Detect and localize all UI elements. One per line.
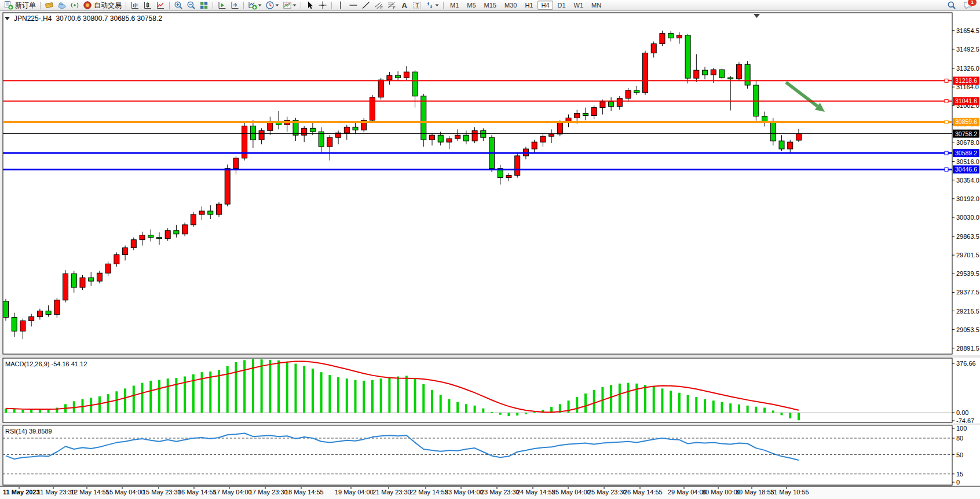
- price-tick-label: 28891.5: [956, 345, 979, 352]
- timeframe-m1-button[interactable]: M1: [447, 1, 462, 10]
- cursor-icon: [305, 1, 315, 10]
- indicators-icon: [248, 1, 257, 10]
- time-axis-label: 22 May 14:55: [409, 489, 448, 496]
- tile-windows-button[interactable]: [198, 1, 210, 10]
- search-button[interactable]: [946, 1, 957, 10]
- toolbar-separator: [40, 2, 41, 9]
- horizontal-line-button[interactable]: [348, 1, 359, 10]
- rsi-axis-label: 0: [956, 479, 960, 486]
- trendline-icon: [361, 1, 371, 10]
- main-chart-panel[interactable]: [3, 13, 952, 354]
- candle-chart-icon: [143, 1, 152, 10]
- time-axis-label: 21 May 23:30: [372, 489, 411, 496]
- panel-splitter[interactable]: [0, 355, 980, 358]
- price-tick-label: 30678.0: [956, 139, 979, 146]
- timeframe-m5-button[interactable]: M5: [463, 1, 479, 10]
- bar-chart-button[interactable]: [129, 1, 141, 10]
- price-line-value: 30859.6: [955, 118, 977, 125]
- panel-splitter[interactable]: [0, 424, 980, 425]
- price-tick-label: 29701.5: [956, 252, 979, 258]
- timeframe-m15-button[interactable]: M15: [481, 1, 500, 10]
- community-button[interactable]: [56, 1, 68, 10]
- rsi-axis-label: 100: [956, 425, 967, 432]
- time-axis-label: 15 May 04:00: [106, 489, 145, 496]
- one-click-trading-toggle[interactable]: [5, 16, 10, 21]
- signal-icon: [70, 1, 79, 10]
- channel-icon: E: [374, 1, 383, 10]
- macd-label: MACD(12,26,9) -54.16 41.12: [5, 360, 87, 367]
- vertical-line-button[interactable]: [335, 1, 346, 10]
- cloud-icon: [57, 1, 67, 10]
- price-tick-label: 30516.0: [956, 158, 979, 165]
- cursor-button[interactable]: [304, 1, 316, 10]
- toolbar-separator: [243, 2, 244, 9]
- svg-text:T: T: [415, 2, 419, 9]
- toolbar: 新订单自动交易EFATM1M5M15M30H1H4D1W1MN1: [0, 0, 980, 11]
- time-axis-label: 15 May 23:30: [142, 489, 181, 496]
- time-axis-label: 23 May 23:30: [481, 489, 520, 496]
- autotrade-icon: [83, 1, 92, 10]
- timeframe-d1-button[interactable]: D1: [554, 1, 569, 10]
- zoom-in-button[interactable]: [173, 1, 184, 10]
- time-axis-label: 19 May 04:00: [335, 489, 374, 496]
- hline-icon: [349, 1, 358, 10]
- price-tick-label: 30354.0: [956, 177, 979, 184]
- price-tick-label: 29863.5: [956, 233, 979, 240]
- indicators-button[interactable]: [247, 1, 263, 10]
- price-tick-label: 30192.0: [956, 195, 979, 202]
- price-tick-label: 29539.5: [956, 270, 979, 277]
- time-axis-label: 11 May 23:30: [37, 489, 75, 496]
- rsi-panel[interactable]: [3, 425, 952, 485]
- timeframe-w1-button[interactable]: W1: [571, 1, 587, 10]
- chart-shift-button[interactable]: [229, 1, 240, 10]
- time-axis-label: 18 May 14:55: [285, 489, 324, 496]
- equidistant-channel-button[interactable]: E: [373, 1, 385, 10]
- fibonacci-button[interactable]: F: [386, 1, 397, 10]
- line-chart-button[interactable]: [155, 1, 166, 10]
- trendline-button[interactable]: [360, 1, 372, 10]
- time-axis[interactable]: 11 May 202311 May 23:3012 May 14:5515 Ma…: [3, 487, 809, 496]
- chart-canvas[interactable]: 31654.531492.531326.031164.031002.030840…: [0, 11, 980, 499]
- crosshair-button[interactable]: [317, 1, 328, 10]
- time-axis-label: 11 May 2023: [3, 489, 40, 496]
- templates-button[interactable]: [281, 1, 298, 10]
- notifications-button[interactable]: 1: [962, 1, 974, 10]
- text-label-button[interactable]: T: [411, 1, 423, 10]
- periods-button[interactable]: [264, 1, 280, 10]
- zoom-out-button[interactable]: [185, 1, 197, 10]
- price-line-value: 30589.2: [955, 150, 977, 156]
- toolbar-separator: [126, 2, 126, 9]
- signals-button[interactable]: [69, 1, 81, 10]
- clock-icon: [265, 1, 275, 10]
- price-tick-label: 29215.5: [956, 308, 979, 315]
- market-watch-button[interactable]: [43, 1, 55, 10]
- rsi-axis-label: 15: [956, 471, 963, 478]
- time-axis-label: 23 May 04:00: [445, 489, 484, 496]
- price-tick-label: 31326.0: [956, 65, 979, 72]
- macd-axis-label: 0.00: [956, 409, 968, 416]
- search-icon: [947, 1, 956, 10]
- text-icon: A: [400, 1, 409, 10]
- timeframe-mn-button[interactable]: MN: [588, 1, 605, 10]
- rsi-label: RSI(14) 39.8589: [5, 428, 52, 435]
- autoscroll-icon: [217, 1, 226, 10]
- text-button[interactable]: A: [398, 1, 410, 10]
- timeframe-m30-button[interactable]: M30: [501, 1, 520, 10]
- new-order-button[interactable]: 新订单: [3, 1, 37, 10]
- book-icon: [45, 1, 54, 10]
- chart-symbol-period: JPN225-,H4: [14, 14, 52, 23]
- price-tick-label: 30030.0: [956, 214, 979, 221]
- candle-chart-button[interactable]: [142, 1, 153, 10]
- chart-title: JPN225-,H4 30700.6 30800.7 30685.6 30758…: [5, 14, 162, 23]
- timeframe-h1-button[interactable]: H1: [521, 1, 536, 10]
- toolbar-separator: [213, 2, 213, 9]
- timeframe-h4-button[interactable]: H4: [537, 1, 553, 10]
- auto-trading-button[interactable]: 自动交易: [82, 1, 123, 10]
- dropdown-caret-icon: [258, 1, 262, 10]
- time-axis-label: 25 May 23:30: [588, 489, 627, 496]
- arrows-button[interactable]: [424, 1, 440, 10]
- svg-text:A: A: [402, 1, 408, 10]
- time-axis-label: 17 May 04:00: [213, 489, 252, 496]
- price-tick-label: 29377.5: [956, 289, 979, 296]
- auto-scroll-button[interactable]: [216, 1, 228, 10]
